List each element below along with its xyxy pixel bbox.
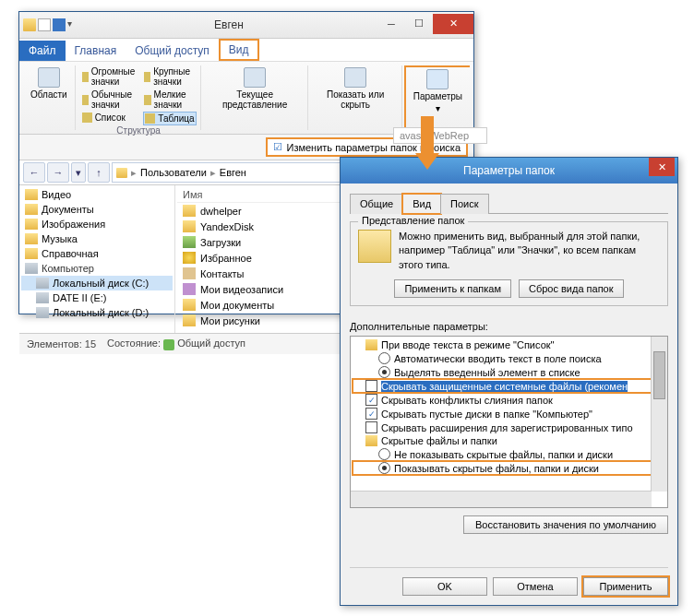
- dtab-general[interactable]: Общие: [350, 194, 403, 214]
- layout-icon: [82, 113, 92, 123]
- adv-setting-item[interactable]: Скрывать пустые диски в папке "Компьютер…: [353, 407, 653, 421]
- view-table[interactable]: Таблица: [143, 112, 196, 125]
- tree-node[interactable]: Музыка: [21, 231, 173, 246]
- file-icon: [183, 236, 196, 248]
- crumb-sep-icon: ▸: [131, 167, 137, 179]
- currentview-icon: [244, 67, 266, 88]
- drive-icon: [25, 263, 38, 274]
- adv-setting-item[interactable]: Автоматически вводить текст в поле поиск…: [353, 351, 653, 365]
- panes-icon: [38, 67, 60, 88]
- tree-node[interactable]: Справочная: [21, 246, 173, 261]
- dialog-close-button[interactable]: ✕: [649, 158, 675, 176]
- tree-node[interactable]: Локальный диск (D:): [21, 305, 173, 320]
- apply-button[interactable]: Применить: [583, 577, 668, 596]
- adv-setting-item[interactable]: Не показывать скрытые файлы, папки и дис…: [353, 447, 653, 461]
- checkbox-icon[interactable]: [365, 408, 377, 420]
- view-huge[interactable]: Огромные значки: [81, 65, 140, 88]
- layout-icon: [82, 95, 89, 105]
- view-large[interactable]: Крупные значки: [143, 65, 196, 88]
- tab-home[interactable]: Главная: [66, 41, 126, 61]
- minimize-button[interactable]: ─: [377, 14, 405, 34]
- address-bar[interactable]: ▸ Пользователи ▸ Евген: [112, 162, 376, 183]
- dialog-titlebar[interactable]: Параметры папок ✕: [341, 158, 677, 184]
- adv-setting-item[interactable]: Показывать скрытые файлы, папки и диски: [353, 461, 653, 475]
- folder-icon: [25, 233, 38, 244]
- file-icon: [183, 205, 196, 217]
- scrollbar-thumb[interactable]: [653, 351, 665, 399]
- ribbon-group-panes: Области: [23, 65, 76, 130]
- tree-node[interactable]: Компьютер: [21, 261, 173, 276]
- horizontal-scrollbar[interactable]: [351, 491, 652, 507]
- explorer-titlebar[interactable]: ▾ Евген ─ ☐ ✕: [19, 12, 473, 39]
- file-icon: [183, 299, 196, 311]
- tree-node[interactable]: Видео: [21, 187, 173, 202]
- apply-to-folders-button[interactable]: Применить к папкам: [394, 279, 511, 298]
- dtab-view[interactable]: Вид: [402, 194, 441, 214]
- checkbox-option-icon: ☑: [273, 141, 282, 153]
- tree-node[interactable]: Локальный диск (C:): [21, 276, 173, 290]
- file-icon: [183, 267, 196, 279]
- adv-setting-item[interactable]: Скрытые файлы и папки: [353, 434, 653, 447]
- tab-file[interactable]: Файл: [19, 41, 66, 61]
- radio-icon[interactable]: [378, 366, 390, 378]
- nav-forward-button[interactable]: →: [47, 162, 69, 183]
- layout-icon: [145, 113, 155, 124]
- folder-icon: [116, 168, 127, 178]
- view-list[interactable]: Список: [81, 112, 140, 124]
- qat-icons: ▾: [23, 18, 80, 31]
- current-view-button[interactable]: Текущее представление: [207, 65, 304, 112]
- breadcrumb-users[interactable]: Пользователи: [140, 167, 207, 178]
- adv-setting-item[interactable]: Скрывать расширения для зарегистрированн…: [353, 421, 653, 434]
- dtab-search[interactable]: Поиск: [440, 194, 488, 214]
- groupbox-legend: Представление папок: [358, 215, 468, 226]
- adv-setting-item[interactable]: Скрывать конфликты слияния папок: [353, 393, 653, 407]
- options-button[interactable]: Параметры▾: [410, 67, 466, 115]
- tree-node[interactable]: Документы: [21, 202, 173, 217]
- chevron-down-icon: ▾: [436, 103, 440, 113]
- view-list-right: Крупные значки Мелкие значки Таблица: [143, 65, 196, 125]
- checkbox-icon[interactable]: [365, 394, 377, 406]
- share-icon: [163, 339, 174, 350]
- group-label-layout: Структура: [116, 125, 160, 136]
- show-hide-button[interactable]: Показать или скрыть: [314, 65, 398, 112]
- save-icon: [53, 18, 66, 31]
- advanced-settings-tree[interactable]: При вводе текста в режиме "Список"Автома…: [350, 336, 668, 508]
- adv-setting-item[interactable]: При вводе текста в режиме "Список": [353, 338, 653, 351]
- groupbox-text: Можно применить вид, выбранный для этой …: [399, 230, 660, 272]
- adv-setting-item[interactable]: Скрывать защищенные системные файлы (рек…: [353, 379, 653, 393]
- ribbon-tabs: Файл Главная Общий доступ Вид: [19, 39, 473, 62]
- view-small[interactable]: Мелкие значки: [143, 89, 196, 111]
- nav-tree[interactable]: ВидеоДокументыИзображенияМузыкаСправочна…: [19, 185, 175, 333]
- folder-types-icon: [358, 230, 391, 263]
- tab-view[interactable]: Вид: [219, 39, 259, 61]
- nav-up-button[interactable]: ↑: [88, 162, 110, 183]
- radio-icon[interactable]: [378, 448, 390, 460]
- ok-button[interactable]: OK: [402, 577, 487, 596]
- nav-history-button[interactable]: ▾: [71, 162, 86, 183]
- restore-defaults-button[interactable]: Восстановить значения по умолчанию: [463, 515, 668, 534]
- dialog-buttons: OK Отмена Применить: [350, 567, 668, 596]
- vertical-scrollbar[interactable]: [651, 337, 667, 492]
- folder-view-groupbox: Представление папок Можно применить вид,…: [350, 221, 668, 306]
- folder-icon: [23, 18, 36, 31]
- file-icon: [183, 314, 196, 326]
- radio-icon[interactable]: [378, 352, 390, 364]
- breadcrumb-current[interactable]: Евген: [220, 167, 246, 178]
- view-list-left: Огромные значки Обычные значки Список: [81, 65, 140, 124]
- radio-icon[interactable]: [378, 462, 390, 474]
- checkbox-icon[interactable]: [365, 380, 377, 392]
- adv-setting-item[interactable]: Выделять введенный элемент в списке: [353, 365, 653, 379]
- cancel-button[interactable]: Отмена: [493, 577, 578, 596]
- reset-folders-button[interactable]: Сброс вида папок: [519, 279, 624, 298]
- close-button[interactable]: ✕: [433, 14, 473, 34]
- layout-icon: [144, 72, 150, 82]
- view-normal[interactable]: Обычные значки: [81, 89, 140, 111]
- checkbox-icon[interactable]: [365, 421, 377, 433]
- tree-node[interactable]: Изображения: [21, 217, 173, 231]
- regions-button[interactable]: Области: [27, 65, 71, 101]
- tree-node[interactable]: DATE II (E:): [21, 290, 173, 305]
- maximize-button[interactable]: ☐: [405, 14, 433, 34]
- qat-dropdown-icon[interactable]: ▾: [67, 18, 80, 31]
- nav-back-button[interactable]: ←: [23, 162, 45, 183]
- tab-share[interactable]: Общий доступ: [126, 41, 219, 61]
